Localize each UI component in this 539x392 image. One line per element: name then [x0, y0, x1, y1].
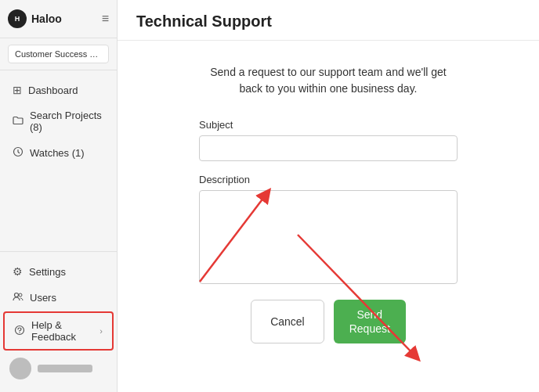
- main-body: Send a request to our support team and w…: [118, 41, 539, 392]
- app-logo: H: [8, 9, 27, 28]
- sidebar: H Haloo ≡ Customer Success Testin ⊞ Dash…: [0, 0, 118, 392]
- svg-point-4: [19, 332, 20, 333]
- sidebar-item-dashboard[interactable]: ⊞ Dashboard: [3, 77, 114, 102]
- sidebar-item-label: Search Projects (8): [30, 110, 104, 133]
- user-name: [38, 365, 92, 372]
- support-description: Send a request to our support team and w…: [203, 64, 454, 97]
- sidebar-item-label: Settings: [29, 266, 66, 278]
- sidebar-bottom: ⚙ Settings Users Help: [0, 251, 117, 392]
- svg-point-2: [19, 293, 22, 297]
- sidebar-header: H Haloo ≡: [0, 0, 117, 38]
- avatar: [9, 358, 31, 379]
- sidebar-item-watches[interactable]: Watches (1): [3, 140, 114, 166]
- sidebar-item-settings[interactable]: ⚙ Settings: [3, 259, 114, 284]
- workspace-button[interactable]: Customer Success Testin: [8, 45, 109, 63]
- main-content: Technical Support Send a request to our …: [118, 0, 539, 392]
- sidebar-item-users[interactable]: Users: [3, 285, 114, 311]
- sidebar-item-label: Users: [30, 292, 56, 304]
- description-label: Description: [199, 174, 458, 185]
- sidebar-user: [0, 351, 117, 386]
- cancel-button[interactable]: Cancel: [251, 300, 324, 343]
- send-request-button[interactable]: SendRequest: [334, 300, 406, 343]
- support-form: Subject Description Cancel SendRequest: [199, 119, 458, 343]
- description-textarea[interactable]: [199, 190, 458, 284]
- form-actions: Cancel SendRequest: [199, 300, 458, 343]
- sidebar-item-label: Watches (1): [30, 147, 85, 159]
- workspace-selector[interactable]: Customer Success Testin: [0, 38, 117, 70]
- app-name: Haloo: [31, 13, 62, 25]
- logo-area: H Haloo: [8, 9, 62, 28]
- page-header: Technical Support: [118, 0, 539, 41]
- dashboard-icon: ⊞: [13, 84, 22, 96]
- sidebar-item-help[interactable]: Help & Feedback ›: [3, 311, 114, 351]
- subject-label: Subject: [199, 119, 458, 131]
- chevron-right-icon: ›: [99, 326, 103, 336]
- svg-point-1: [15, 293, 19, 297]
- help-icon: [14, 325, 25, 338]
- settings-icon: ⚙: [13, 265, 23, 278]
- users-icon: [13, 291, 24, 304]
- folder-icon: [13, 115, 24, 128]
- page-title: Technical Support: [136, 13, 520, 31]
- sidebar-nav: ⊞ Dashboard Search Projects (8) Watches …: [0, 70, 117, 251]
- menu-icon[interactable]: ≡: [102, 12, 109, 26]
- subject-input[interactable]: [199, 135, 458, 161]
- sidebar-item-search-projects[interactable]: Search Projects (8): [3, 103, 114, 139]
- sidebar-item-label: Help & Feedback: [31, 319, 93, 343]
- clock-icon: [13, 146, 24, 160]
- sidebar-item-label: Dashboard: [28, 85, 78, 96]
